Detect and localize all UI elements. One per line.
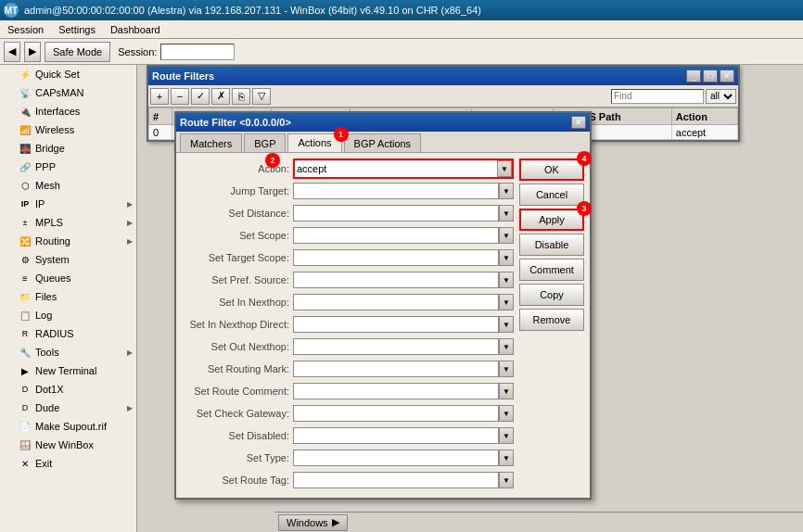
sidebar-item-interfaces[interactable]: 🔌 Interfaces	[0, 102, 136, 120]
set-route-tag-input[interactable]	[293, 472, 499, 488]
title-text: admin@50:00:00:02:00:00 (Alestra) via 19…	[24, 5, 481, 16]
set-type-dropdown[interactable]: ▼	[499, 450, 514, 466]
action-dropdown-arrow[interactable]: ▼	[497, 160, 512, 177]
sidebar-item-system[interactable]: ⚙ System	[0, 250, 136, 269]
set-disabled-input[interactable]	[293, 427, 499, 444]
sidebar-item-log[interactable]: 📋 Log	[0, 306, 136, 324]
sidebar-item-routing[interactable]: 🔀 Routing	[0, 232, 136, 250]
col-action: Action	[671, 108, 737, 125]
menu-bar: Session Settings Dashboard	[0, 20, 803, 39]
sidebar-item-mesh[interactable]: ⬡ Mesh	[0, 176, 136, 195]
sidebar-item-ppp[interactable]: 🔗 PPP	[0, 158, 136, 176]
set-in-nexthop-direct-input[interactable]	[293, 316, 499, 333]
system-icon: ⚙	[19, 253, 32, 266]
sidebar-item-quick-set[interactable]: ⚡ Quick Set	[0, 65, 136, 83]
minimize-button[interactable]: _	[686, 70, 701, 82]
set-in-nexthop-direct-dropdown[interactable]: ▼	[499, 316, 514, 333]
filter-button[interactable]: ▽	[252, 88, 271, 105]
sidebar-item-make-supout[interactable]: 📄 Make Supout.rif	[0, 417, 136, 436]
set-disabled-dropdown[interactable]: ▼	[499, 427, 514, 444]
apply-button[interactable]: Apply	[519, 209, 584, 231]
set-in-nexthop-input[interactable]	[293, 294, 499, 310]
set-route-tag-dropdown[interactable]: ▼	[499, 472, 514, 488]
sidebar-item-wireless[interactable]: 📶 Wireless	[0, 120, 136, 139]
comment-button[interactable]: Comment	[519, 259, 584, 281]
set-scope-input[interactable]	[293, 227, 499, 244]
action-input[interactable]	[295, 160, 497, 177]
jump-target-input[interactable]	[293, 183, 499, 199]
tab-bgp[interactable]: BGP	[244, 133, 286, 152]
set-in-nexthop-direct-row: Set In Nexthop Direct: ▼	[182, 314, 514, 335]
check-button[interactable]: ✓	[191, 88, 210, 105]
set-out-nexthop-dropdown[interactable]: ▼	[499, 338, 514, 355]
set-type-input[interactable]	[293, 450, 499, 466]
add-button[interactable]: +	[150, 88, 169, 105]
bridge-icon: 🌉	[19, 142, 32, 155]
tab-actions[interactable]: Actions 1	[287, 133, 341, 152]
session-input[interactable]	[160, 44, 235, 60]
set-check-gateway-container: ▼	[293, 405, 514, 422]
set-distance-input[interactable]	[293, 205, 499, 222]
sidebar-item-files[interactable]: 📁 Files	[0, 287, 136, 306]
set-pref-source-dropdown[interactable]: ▼	[499, 272, 514, 288]
set-routing-mark-input[interactable]	[293, 361, 499, 377]
set-check-gateway-input[interactable]	[293, 405, 499, 422]
sidebar-item-dot1x[interactable]: D Dot1X	[0, 380, 136, 399]
back-button[interactable]: ◀	[4, 42, 20, 62]
sidebar-item-tools[interactable]: 🔧 Tools	[0, 343, 136, 361]
sidebar-item-dude[interactable]: D Dude	[0, 399, 136, 417]
tab-matchers[interactable]: Matchers	[180, 133, 242, 152]
remove-button[interactable]: Remove	[519, 309, 584, 331]
maximize-button[interactable]: □	[703, 70, 718, 82]
menu-session[interactable]: Session	[0, 20, 51, 38]
sidebar-item-label: Quick Set	[35, 69, 80, 80]
set-pref-source-input[interactable]	[293, 272, 499, 288]
menu-dashboard[interactable]: Dashboard	[103, 20, 168, 38]
windows-button[interactable]: Windows ▶	[278, 514, 348, 531]
set-check-gateway-dropdown[interactable]: ▼	[499, 405, 514, 422]
set-target-scope-dropdown[interactable]: ▼	[499, 249, 514, 266]
dialog-content: Action: ▼ 2 Jump Target: ▼	[176, 153, 590, 498]
tab-bar: Matchers BGP Actions 1 BGP Actions	[176, 132, 590, 153]
dialog-close-button[interactable]: ✕	[571, 116, 586, 129]
apply-btn-wrapper: Apply 3	[519, 209, 584, 231]
set-routing-mark-dropdown[interactable]: ▼	[499, 361, 514, 377]
uncheck-button[interactable]: ✗	[211, 88, 230, 105]
tab-bgp-actions[interactable]: BGP Actions	[344, 133, 422, 152]
search-select[interactable]: all	[706, 89, 736, 104]
ok-button[interactable]: OK	[519, 158, 584, 181]
badge-actions-tab: 1	[334, 127, 349, 142]
set-target-scope-container: ▼	[293, 249, 514, 266]
forward-button[interactable]: ▶	[24, 42, 41, 62]
set-out-nexthop-input[interactable]	[293, 338, 499, 355]
copy-button[interactable]: Copy	[519, 284, 584, 306]
set-target-scope-input[interactable]	[293, 249, 499, 266]
copy-button[interactable]: ⎘	[232, 88, 250, 105]
sidebar-item-capsman[interactable]: 📡 CAPsMAN	[0, 83, 136, 102]
remove-button[interactable]: −	[171, 88, 189, 105]
sidebar-item-queues[interactable]: ≡ Queues	[0, 269, 136, 287]
cancel-button[interactable]: Cancel	[519, 184, 584, 206]
sidebar-item-new-terminal[interactable]: ▶ New Terminal	[0, 361, 136, 380]
sidebar-item-radius[interactable]: R RADIUS	[0, 324, 136, 343]
search-input[interactable]	[611, 89, 704, 104]
menu-settings[interactable]: Settings	[51, 20, 103, 38]
jump-target-dropdown[interactable]: ▼	[499, 183, 514, 199]
set-in-nexthop-dropdown[interactable]: ▼	[499, 294, 514, 310]
sidebar-item-mpls[interactable]: ± MPLS	[0, 213, 136, 232]
sidebar-item-new-winbox[interactable]: 🪟 New WinBox	[0, 436, 136, 454]
sidebar-item-label: Mesh	[35, 180, 60, 191]
set-route-comment-dropdown[interactable]: ▼	[499, 383, 514, 399]
sidebar-item-exit[interactable]: ✕ Exit	[0, 454, 136, 473]
ok-btn-wrapper: OK 4	[519, 158, 584, 181]
disable-button[interactable]: Disable	[519, 234, 584, 256]
set-scope-dropdown[interactable]: ▼	[499, 227, 514, 244]
set-distance-dropdown[interactable]: ▼	[499, 205, 514, 222]
dialog-controls: ✕	[571, 116, 586, 129]
sidebar-item-ip[interactable]: IP IP	[0, 195, 136, 213]
close-button[interactable]: ✕	[720, 70, 734, 82]
sidebar-item-bridge[interactable]: 🌉 Bridge	[0, 139, 136, 158]
safe-mode-button[interactable]: Safe Mode	[45, 42, 110, 62]
session-label: Session:	[118, 46, 157, 57]
set-route-comment-input[interactable]	[293, 383, 499, 399]
